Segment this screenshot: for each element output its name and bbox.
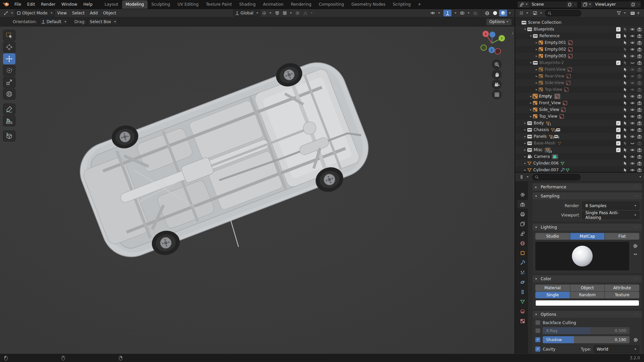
- render-visibility-icon[interactable]: [637, 168, 642, 172]
- selectable-icon[interactable]: [623, 81, 628, 85]
- tool-add-cube[interactable]: [3, 130, 15, 141]
- properties-tab-scene[interactable]: [517, 229, 528, 238]
- panel-sampling-header[interactable]: ▾ Sampling ::::: [533, 192, 642, 199]
- properties-tab-tool[interactable]: [517, 190, 528, 199]
- workspace-tab-layout[interactable]: Layout: [101, 0, 122, 9]
- unlink-scene-button[interactable]: ×: [573, 1, 578, 8]
- collection-checkbox[interactable]: ✓: [616, 61, 621, 65]
- outliner-row-rear-view[interactable]: ▸ Rear-View: [515, 73, 644, 79]
- proportional-edit-toggle[interactable]: [293, 10, 302, 16]
- selectable-icon[interactable]: [623, 54, 628, 58]
- viewport-menu-object[interactable]: Object: [100, 10, 119, 16]
- outliner-row-reference[interactable]: ▾ Reference ✓: [515, 33, 644, 39]
- show-overlays-dropdown[interactable]: [458, 10, 471, 16]
- xray-slider[interactable]: X-Ray 0.500: [543, 327, 630, 334]
- backface-culling-checkbox[interactable]: [535, 320, 540, 325]
- eye-icon[interactable]: [630, 134, 635, 139]
- menu-edit[interactable]: Edit: [24, 1, 38, 8]
- transform-orientation-dropdown[interactable]: Default: [39, 18, 68, 25]
- properties-tab-modifiers[interactable]: [517, 258, 528, 267]
- panel-options-header[interactable]: ▾ Options ::::: [533, 311, 642, 318]
- proportional-falloff-dropdown[interactable]: [302, 10, 314, 16]
- outliner-row-camera[interactable]: ▸ Camera: [515, 153, 644, 160]
- panel-drag-handle[interactable]: ::::: [634, 226, 639, 229]
- selectable-icon[interactable]: [623, 148, 628, 152]
- expand-icon[interactable]: ▸: [534, 48, 539, 51]
- tool-rotate[interactable]: [3, 65, 15, 76]
- render-visibility-icon[interactable]: [637, 108, 642, 112]
- expand-icon[interactable]: ▸: [529, 115, 533, 118]
- selectable-icon[interactable]: [623, 74, 628, 78]
- selectable-icon[interactable]: [623, 161, 628, 166]
- outliner-row-top-view[interactable]: ▸ Top_View: [515, 113, 644, 120]
- viewlayer-name[interactable]: ViewLayer: [592, 2, 630, 7]
- eye-icon[interactable]: [630, 114, 635, 119]
- outliner-row-panels[interactable]: ▸ Panels 356 ✓: [515, 133, 644, 140]
- render-visibility-icon[interactable]: [637, 87, 642, 92]
- workspace-tab-texture-paint[interactable]: Texture Paint: [202, 0, 235, 9]
- panel-drag-handle[interactable]: ::::: [634, 194, 639, 197]
- xray-checkbox[interactable]: [535, 328, 540, 333]
- eye-icon[interactable]: [630, 47, 635, 52]
- selectable-icon[interactable]: [623, 27, 628, 32]
- expand-icon[interactable]: ▸: [534, 68, 539, 71]
- gizmo-axis-x-neg[interactable]: [495, 49, 501, 54]
- panel-drag-handle[interactable]: ::::: [634, 185, 639, 188]
- panel-performance-header[interactable]: ▸ Performance ::::: [533, 183, 642, 190]
- render-visibility-icon[interactable]: [637, 155, 642, 159]
- collection-checkbox[interactable]: ✓: [616, 141, 621, 145]
- selectable-icon[interactable]: [623, 168, 628, 172]
- selectable-icon[interactable]: [623, 114, 628, 119]
- outliner-row-top-view[interactable]: ▸ Top-View: [515, 86, 644, 93]
- viewport-3d-scene[interactable]: [0, 26, 515, 354]
- render-visibility-icon[interactable]: [637, 134, 642, 139]
- selectable-icon[interactable]: [623, 94, 628, 99]
- expand-icon[interactable]: ▸: [529, 108, 533, 111]
- lighting-matcap-button[interactable]: MatCap: [570, 233, 605, 240]
- render-visibility-icon[interactable]: [637, 34, 642, 38]
- workspace-tab-rendering[interactable]: Rendering: [287, 0, 315, 9]
- show-gizmos-dropdown[interactable]: [442, 10, 458, 16]
- eye-closed-icon[interactable]: [630, 61, 635, 65]
- expand-icon[interactable]: ▸: [523, 128, 527, 131]
- render-visibility-icon[interactable]: [637, 94, 642, 99]
- collection-checkbox[interactable]: ✓: [616, 134, 621, 139]
- expand-icon[interactable]: ▸: [534, 88, 539, 91]
- panel-drag-handle[interactable]: ::::: [634, 313, 639, 316]
- workspace-tab-animation[interactable]: Animation: [259, 0, 287, 9]
- selectable-icon[interactable]: [623, 47, 628, 52]
- tool-scale[interactable]: [3, 77, 15, 88]
- properties-editor-type-button[interactable]: [518, 174, 530, 180]
- outliner-row-front-view[interactable]: ▸ Front-View: [515, 66, 644, 73]
- selectable-icon[interactable]: [623, 101, 628, 105]
- expand-icon[interactable]: ▸: [523, 141, 527, 145]
- scene-name[interactable]: Scene: [529, 2, 567, 7]
- viewport-menu-select[interactable]: Select: [69, 10, 87, 16]
- expand-icon[interactable]: ▸: [529, 101, 533, 105]
- navigation-gizmo[interactable]: X Y Z: [478, 29, 506, 57]
- expand-icon[interactable]: ▸: [523, 155, 527, 158]
- selectable-icon[interactable]: [623, 121, 628, 125]
- new-scene-button[interactable]: [567, 1, 573, 8]
- properties-tab-object[interactable]: [517, 249, 528, 257]
- expand-icon[interactable]: ▸: [523, 162, 527, 165]
- collection-checkbox[interactable]: ✓: [616, 27, 621, 32]
- menu-help[interactable]: Help: [80, 1, 95, 8]
- shading-wireframe-button[interactable]: [483, 10, 491, 16]
- expand-icon[interactable]: ▸: [534, 81, 539, 84]
- expand-icon[interactable]: ▸: [534, 54, 539, 58]
- properties-tab-texture[interactable]: [517, 317, 528, 325]
- outliner-row-side-view[interactable]: ▸ Side_View: [515, 106, 644, 113]
- outliner-row-chassis[interactable]: ▸ Chassis 6 ✓: [515, 126, 644, 133]
- collection-checkbox[interactable]: ✓: [616, 121, 621, 125]
- viewport-camera-button[interactable]: [492, 79, 502, 89]
- viewlayer-selector[interactable]: ViewLayer ×: [581, 1, 641, 8]
- selectable-icon[interactable]: [623, 87, 628, 92]
- shading-rendered-button[interactable]: [499, 10, 507, 16]
- drag-mode-dropdown[interactable]: Select Box: [88, 18, 118, 25]
- eye-icon[interactable]: [630, 87, 635, 92]
- viewport-menu-add[interactable]: Add: [87, 10, 100, 16]
- properties-tab-world[interactable]: [517, 239, 528, 247]
- toggle-xray-button[interactable]: [471, 10, 479, 16]
- viewport-menu-view[interactable]: View: [55, 10, 69, 16]
